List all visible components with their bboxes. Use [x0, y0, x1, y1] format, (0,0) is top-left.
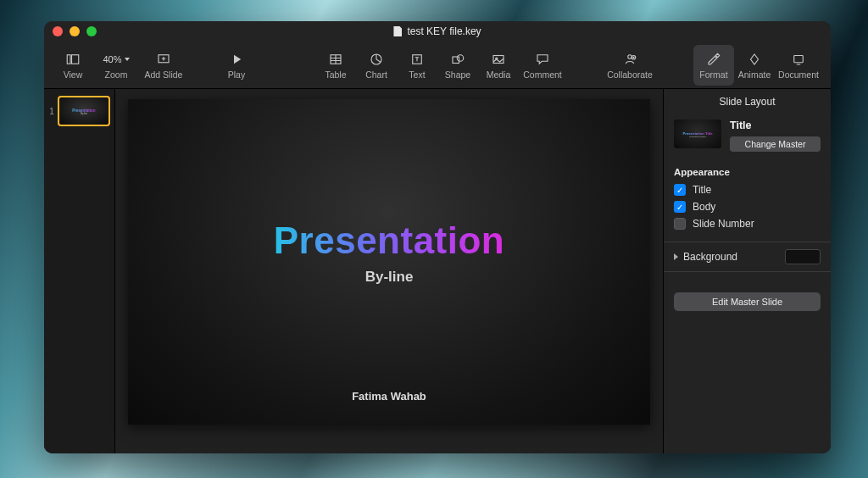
plus-icon: [156, 52, 171, 67]
animate-button[interactable]: Animate: [734, 45, 775, 86]
shape-button[interactable]: Shape: [437, 45, 478, 86]
shape-icon: [450, 52, 465, 67]
appearance-label: Appearance: [674, 167, 821, 177]
slide-navigator[interactable]: 1 Presentation By-line: [44, 89, 115, 453]
inspector-panel: Slide Layout Presentation Title Presenta…: [663, 89, 831, 453]
play-icon: [229, 52, 244, 67]
format-button[interactable]: Format: [693, 45, 734, 86]
slide-title[interactable]: Presentation: [274, 220, 505, 262]
chevron-right-icon: [674, 253, 678, 260]
slide[interactable]: Presentation By-line Fatima Wahab: [128, 99, 650, 425]
svg-rect-1: [72, 55, 79, 64]
toolbar: View 40% Zoom Add Slide Play: [44, 42, 831, 89]
document-title: test KEY file.key: [407, 25, 481, 37]
slide-subtitle[interactable]: By-line: [365, 269, 414, 286]
svg-rect-23: [794, 56, 804, 63]
title-checkbox-label: Title: [693, 184, 711, 196]
body-checkbox[interactable]: ✓: [674, 201, 686, 213]
slide-author[interactable]: Fatima Wahab: [352, 390, 426, 403]
title-checkbox-row[interactable]: ✓ Title: [674, 184, 821, 196]
change-master-button[interactable]: Change Master: [730, 136, 821, 152]
svg-point-18: [628, 55, 632, 59]
fullscreen-button[interactable]: [86, 26, 97, 36]
svg-marker-5: [234, 55, 241, 64]
view-icon: [65, 52, 81, 67]
inspector-header: Slide Layout: [674, 89, 821, 119]
animate-icon: [747, 52, 762, 67]
slide-number-checkbox[interactable]: [674, 218, 686, 230]
body-checkbox-row[interactable]: ✓ Body: [674, 201, 821, 213]
document-button[interactable]: Document: [775, 45, 822, 86]
close-button[interactable]: [53, 26, 63, 36]
comment-button[interactable]: Comment: [519, 45, 566, 86]
chart-icon: [369, 52, 384, 67]
view-button[interactable]: View: [53, 45, 93, 86]
master-name-label: Title: [730, 119, 821, 131]
media-button[interactable]: Media: [478, 45, 519, 86]
background-swatch[interactable]: [785, 249, 821, 264]
svg-rect-16: [493, 56, 504, 64]
master-thumbnail[interactable]: Presentation Title Presentation subtitle: [674, 119, 721, 148]
text-icon: [409, 52, 425, 67]
svg-rect-0: [67, 55, 70, 64]
collaborate-button[interactable]: Collaborate: [601, 45, 659, 86]
slide-thumbnail[interactable]: Presentation By-line: [58, 96, 110, 126]
body-checkbox-label: Body: [693, 201, 715, 213]
svg-point-15: [457, 55, 464, 62]
window-controls: [53, 26, 97, 36]
play-button[interactable]: Play: [198, 45, 275, 86]
add-slide-button[interactable]: Add Slide: [139, 45, 188, 86]
comment-icon: [535, 52, 550, 67]
zoom-button[interactable]: 40% Zoom: [93, 45, 139, 86]
zoom-value: 40%: [103, 52, 129, 67]
text-button[interactable]: Text: [397, 45, 437, 86]
background-row[interactable]: Background: [664, 242, 831, 272]
media-icon: [491, 52, 506, 67]
edit-master-slide-button[interactable]: Edit Master Slide: [674, 292, 821, 311]
navigator-slide-1[interactable]: 1 Presentation By-line: [47, 96, 111, 126]
svg-marker-22: [751, 54, 759, 64]
collaborate-icon: [622, 52, 637, 67]
table-icon: [328, 52, 343, 67]
minimize-button[interactable]: [70, 26, 80, 36]
background-label: Background: [683, 251, 737, 263]
chart-button[interactable]: Chart: [356, 45, 397, 86]
slide-number-checkbox-label: Slide Number: [693, 218, 754, 230]
document-icon: [393, 26, 402, 36]
table-button[interactable]: Table: [315, 45, 356, 86]
body: 1 Presentation By-line Presentation By-l…: [44, 89, 831, 453]
keynote-window: test KEY file.key View 40% Zoom Add Slid…: [44, 21, 831, 453]
format-icon: [706, 52, 721, 67]
slide-number-checkbox-row[interactable]: Slide Number: [674, 218, 821, 230]
title-checkbox[interactable]: ✓: [674, 184, 686, 196]
titlebar: test KEY file.key: [44, 21, 831, 42]
slide-number-label: 1: [47, 107, 56, 116]
document-icon: [791, 52, 806, 67]
slide-canvas[interactable]: Presentation By-line Fatima Wahab: [115, 89, 663, 453]
